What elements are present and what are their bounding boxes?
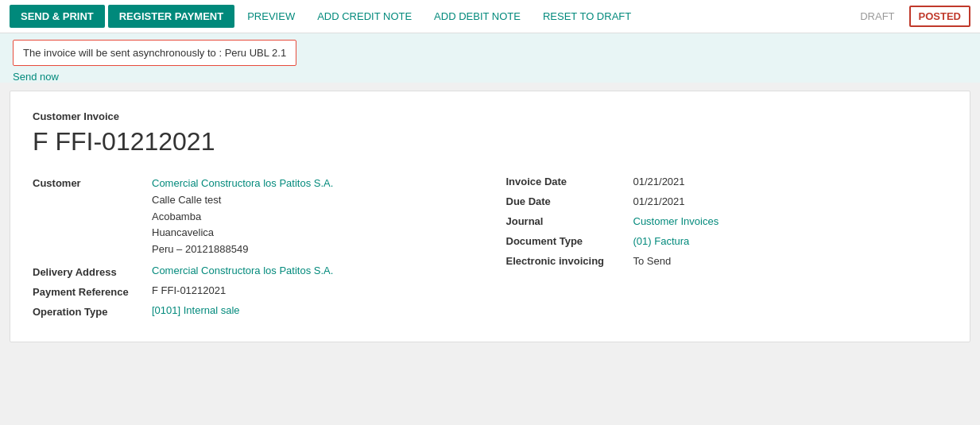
fields-grid: Customer Comercial Constructora los Pati… xyxy=(33,176,947,323)
electronic-invoicing-field-row: Electronic invoicing To Send xyxy=(506,255,948,267)
payment-reference-field-row: Payment Reference F FFI-01212021 xyxy=(33,284,459,298)
notification-message: The invoice will be sent asynchronously … xyxy=(23,47,286,59)
delivery-address-field-row: Delivery Address Comercial Constructora … xyxy=(33,265,459,278)
document-type-field-row: Document Type (01) Factura xyxy=(506,235,948,247)
notification-box: The invoice will be sent asynchronously … xyxy=(13,40,296,66)
status-area: DRAFT POSTED xyxy=(852,6,970,27)
address-line1: Calle Calle test xyxy=(152,192,333,209)
due-date-field-row: Due Date 01/21/2021 xyxy=(506,195,948,207)
address-line3: Huancavelica xyxy=(152,225,333,241)
electronic-invoicing-value: To Send xyxy=(633,255,672,267)
electronic-invoicing-label: Electronic invoicing xyxy=(506,255,633,267)
invoice-date-field-row: Invoice Date 01/21/2021 xyxy=(506,176,948,187)
invoice-date-value: 01/21/2021 xyxy=(633,176,685,187)
journal-value[interactable]: Customer Invoices xyxy=(633,215,719,227)
posted-status: POSTED xyxy=(909,6,970,27)
address-line2: Acobamba xyxy=(152,209,333,226)
operation-type-label: Operation Type xyxy=(33,304,152,318)
customer-name-link[interactable]: Comercial Constructora los Patitos S.A. xyxy=(152,176,333,192)
operation-type-value[interactable]: [0101] Internal sale xyxy=(152,304,240,316)
document-type-label: Document Type xyxy=(506,235,633,247)
invoice-type-label: Customer Invoice xyxy=(33,110,947,122)
customer-address-block: Comercial Constructora los Patitos S.A. … xyxy=(152,176,333,258)
customer-label: Customer xyxy=(33,176,152,189)
draft-status: DRAFT xyxy=(852,6,902,26)
document-type-value[interactable]: (01) Factura xyxy=(633,235,690,247)
invoice-date-label: Invoice Date xyxy=(506,176,633,187)
reset-to-draft-button[interactable]: RESET TO DRAFT xyxy=(533,5,641,28)
delivery-address-value[interactable]: Comercial Constructora los Patitos S.A. xyxy=(152,265,333,276)
due-date-label: Due Date xyxy=(506,195,633,207)
payment-reference-value: F FFI-01212021 xyxy=(152,284,226,296)
journal-label: Journal xyxy=(506,215,633,227)
register-payment-button[interactable]: REGISTER PAYMENT xyxy=(108,5,234,28)
add-debit-note-button[interactable]: ADD DEBIT NOTE xyxy=(424,5,530,28)
delivery-address-label: Delivery Address xyxy=(33,265,152,278)
notification-bar: The invoice will be sent asynchronously … xyxy=(0,33,980,83)
due-date-value: 01/21/2021 xyxy=(633,195,685,207)
customer-field-row: Customer Comercial Constructora los Pati… xyxy=(33,176,459,258)
invoice-card: Customer Invoice F FFI-01212021 Customer… xyxy=(10,91,970,342)
operation-type-field-row: Operation Type [0101] Internal sale xyxy=(33,304,459,318)
send-print-button[interactable]: SEND & PRINT xyxy=(10,5,105,28)
invoice-number: F FFI-01212021 xyxy=(33,127,947,156)
right-section: Invoice Date 01/21/2021 Due Date 01/21/2… xyxy=(490,176,948,323)
send-now-link[interactable]: Send now xyxy=(13,71,967,83)
left-section: Customer Comercial Constructora los Pati… xyxy=(33,176,490,323)
address-line4: Peru – 20121888549 xyxy=(152,241,333,258)
preview-button[interactable]: PREVIEW xyxy=(238,5,304,28)
payment-reference-label: Payment Reference xyxy=(33,284,152,298)
add-credit-note-button[interactable]: ADD CREDIT NOTE xyxy=(308,5,421,28)
toolbar: SEND & PRINT REGISTER PAYMENT PREVIEW AD… xyxy=(0,0,980,33)
journal-field-row: Journal Customer Invoices xyxy=(506,215,948,227)
